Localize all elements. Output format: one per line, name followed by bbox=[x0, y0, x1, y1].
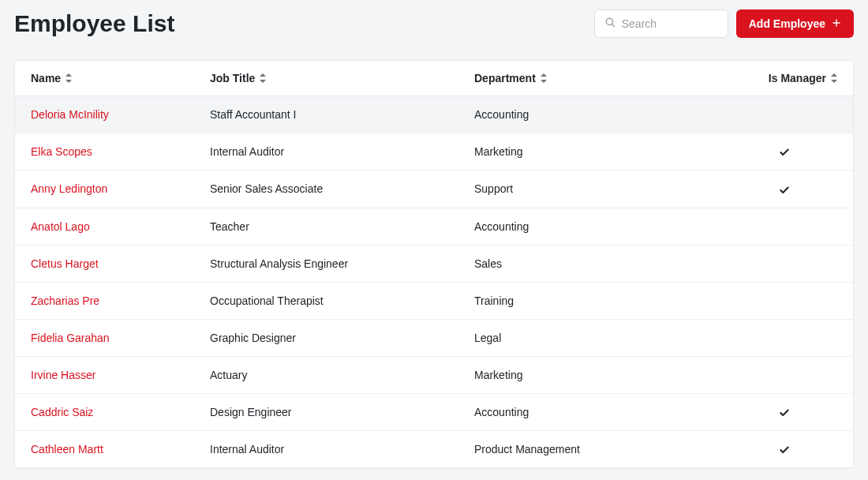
employee-department: Sales bbox=[458, 245, 715, 282]
check-icon bbox=[779, 406, 790, 418]
check-icon bbox=[779, 182, 790, 195]
employee-department: Marketing bbox=[458, 133, 715, 171]
employee-is-manager bbox=[715, 171, 853, 208]
employee-name-link[interactable]: Zacharias Pre bbox=[31, 294, 99, 307]
search-icon bbox=[604, 17, 622, 31]
sort-icon bbox=[831, 73, 837, 83]
employee-table: Name Job Title bbox=[14, 60, 854, 469]
sort-icon bbox=[260, 73, 266, 83]
add-employee-label: Add Employee bbox=[749, 17, 825, 30]
column-header-name[interactable]: Name bbox=[15, 61, 194, 96]
employee-name-link[interactable]: Fidelia Garahan bbox=[31, 332, 110, 344]
employee-name-link[interactable]: Deloria McInility bbox=[31, 108, 109, 121]
table-row: Fidelia GarahanGraphic DesignerLegal bbox=[15, 319, 853, 356]
employee-is-manager bbox=[715, 96, 853, 133]
employee-name-link[interactable]: Caddric Saiz bbox=[31, 406, 93, 418]
column-header-job-title[interactable]: Job Title bbox=[194, 61, 458, 96]
employee-department: Product Management bbox=[458, 430, 715, 467]
employee-name-link[interactable]: Cletus Harget bbox=[31, 257, 99, 270]
employee-is-manager bbox=[715, 282, 853, 319]
svg-line-1 bbox=[612, 24, 614, 27]
column-header-is-manager[interactable]: Is Manager bbox=[715, 61, 853, 96]
sort-icon bbox=[541, 73, 547, 83]
employee-job-title: Teacher bbox=[194, 208, 458, 245]
column-label-department: Department bbox=[474, 72, 536, 84]
employee-is-manager bbox=[715, 208, 853, 245]
table-row: Zacharias PreOccupational TherapistTrain… bbox=[15, 282, 853, 319]
employee-department: Accounting bbox=[458, 96, 715, 133]
employee-job-title: Structural Analysis Engineer bbox=[194, 245, 458, 282]
employee-name-link[interactable]: Irvine Hasser bbox=[31, 369, 95, 381]
table-row: Deloria McInilityStaff Accountant IAccou… bbox=[15, 96, 853, 133]
employee-department: Legal bbox=[458, 319, 715, 356]
employee-name-link[interactable]: Anny Ledington bbox=[31, 182, 107, 195]
employee-job-title: Design Engineer bbox=[194, 393, 458, 430]
employee-is-manager bbox=[715, 356, 853, 393]
search-input[interactable] bbox=[622, 17, 718, 30]
add-employee-button[interactable]: Add Employee bbox=[736, 9, 854, 38]
employee-name-link[interactable]: Cathleen Martt bbox=[31, 443, 103, 456]
employee-job-title: Actuary bbox=[194, 356, 458, 393]
table-row: Irvine HasserActuaryMarketing bbox=[15, 356, 853, 393]
table-row: Elka ScopesInternal AuditorMarketing bbox=[15, 133, 853, 171]
employee-is-manager bbox=[715, 133, 853, 171]
employee-job-title: Staff Accountant I bbox=[194, 96, 458, 133]
column-label-job-title: Job Title bbox=[210, 72, 255, 84]
column-label-is-manager: Is Manager bbox=[769, 72, 826, 84]
sort-icon bbox=[65, 73, 72, 83]
employee-job-title: Internal Auditor bbox=[194, 133, 458, 171]
check-icon bbox=[779, 145, 790, 158]
employee-is-manager bbox=[715, 245, 853, 282]
employee-is-manager bbox=[715, 319, 853, 356]
employee-name-link[interactable]: Anatol Lago bbox=[31, 220, 90, 233]
table-row: Cathleen MarttInternal AuditorProduct Ma… bbox=[15, 430, 853, 467]
plus-icon bbox=[832, 17, 841, 30]
search-box[interactable] bbox=[594, 9, 728, 38]
employee-job-title: Senior Sales Associate bbox=[194, 171, 458, 208]
table-row: Anny LedingtonSenior Sales AssociateSupp… bbox=[15, 171, 853, 208]
employee-name-link[interactable]: Elka Scopes bbox=[31, 145, 92, 158]
employee-job-title: Occupational Therapist bbox=[194, 282, 458, 319]
table-row: Anatol LagoTeacherAccounting bbox=[15, 208, 853, 245]
table-row: Cletus HargetStructural Analysis Enginee… bbox=[15, 245, 853, 282]
page-title: Employee List bbox=[14, 10, 174, 37]
employee-job-title: Internal Auditor bbox=[194, 430, 458, 467]
employee-is-manager bbox=[715, 430, 853, 467]
employee-department: Accounting bbox=[458, 208, 715, 245]
employee-is-manager bbox=[715, 393, 853, 430]
check-icon bbox=[779, 443, 790, 456]
table-row: Caddric SaizDesign EngineerAccounting bbox=[15, 393, 853, 430]
employee-department: Training bbox=[458, 282, 715, 319]
column-label-name: Name bbox=[31, 72, 61, 84]
employee-department: Marketing bbox=[458, 356, 715, 393]
employee-job-title: Graphic Designer bbox=[194, 319, 458, 356]
employee-department: Accounting bbox=[458, 393, 715, 430]
column-header-department[interactable]: Department bbox=[458, 61, 715, 96]
employee-department: Support bbox=[458, 171, 715, 208]
